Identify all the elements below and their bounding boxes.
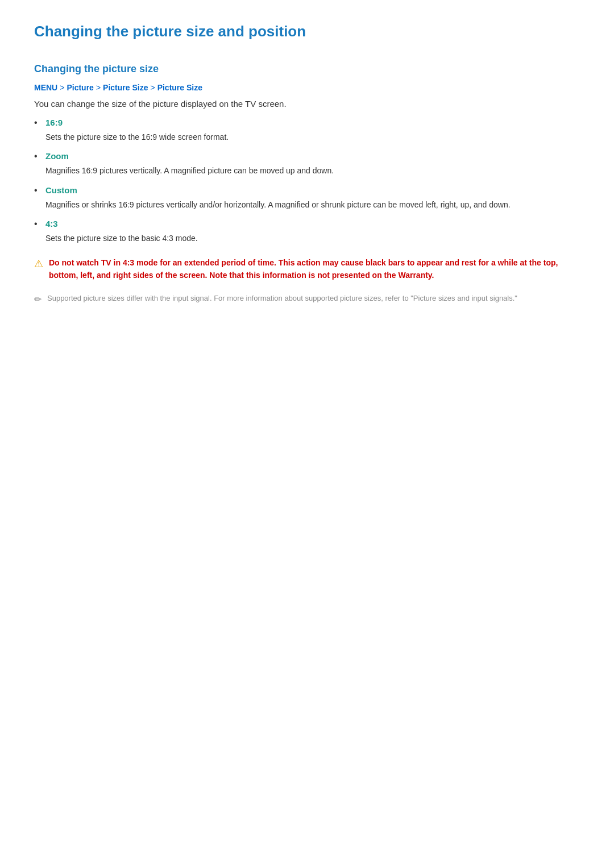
breadcrumb-menu[interactable]: MENU [34, 83, 57, 92]
option-term-custom: Custom [45, 185, 580, 195]
list-item-zoom: Zoom Magnifies 16:9 pictures vertically.… [34, 151, 580, 177]
breadcrumb-separator-2: > [96, 83, 101, 92]
option-term-zoom: Zoom [45, 151, 580, 161]
list-item-4-3: 4:3 Sets the picture size to the basic 4… [34, 219, 580, 244]
list-item-custom: Custom Magnifies or shrinks 16:9 picture… [34, 185, 580, 211]
option-desc-16-9: Sets the picture size to the 16:9 wide s… [45, 132, 229, 142]
breadcrumb-picture-size[interactable]: Picture Size [103, 83, 148, 92]
section-title: Changing the picture size [34, 63, 580, 75]
note-text: Supported picture sizes differ with the … [47, 293, 517, 305]
breadcrumb-picture[interactable]: Picture [67, 83, 93, 92]
options-list: 16:9 Sets the picture size to the 16:9 w… [34, 118, 580, 245]
warning-icon: ⚠ [34, 258, 43, 270]
warning-text: Do not watch TV in 4:3 mode for an exten… [49, 256, 580, 282]
breadcrumb-separator-1: > [60, 83, 64, 92]
option-desc-4-3: Sets the picture size to the basic 4:3 m… [45, 234, 198, 243]
breadcrumb: MENU > Picture > Picture Size > Picture … [34, 83, 580, 92]
page-main-title: Changing the picture size and position [34, 23, 580, 46]
intro-text: You can change the size of the picture d… [34, 99, 580, 109]
note-icon: ✏ [34, 294, 42, 305]
option-term-16-9: 16:9 [45, 118, 580, 127]
warning-box: ⚠ Do not watch TV in 4:3 mode for an ext… [34, 256, 580, 282]
note-box: ✏ Supported picture sizes differ with th… [34, 293, 580, 305]
breadcrumb-separator-3: > [150, 83, 155, 92]
option-term-4-3: 4:3 [45, 219, 580, 229]
list-item-16-9: 16:9 Sets the picture size to the 16:9 w… [34, 118, 580, 143]
option-desc-zoom: Magnifies 16:9 pictures vertically. A ma… [45, 166, 334, 175]
option-desc-custom: Magnifies or shrinks 16:9 pictures verti… [45, 200, 511, 209]
breadcrumb-picture-size-2[interactable]: Picture Size [157, 83, 202, 92]
